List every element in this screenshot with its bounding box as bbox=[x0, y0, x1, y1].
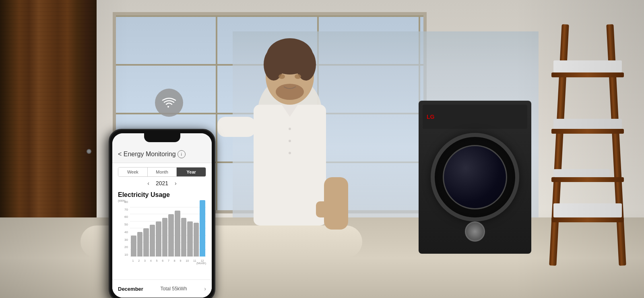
phone-body: < Energy Monitoring i Week Month Year bbox=[109, 129, 215, 298]
x-8: 8 bbox=[174, 259, 175, 262]
footer-total: Total 55kWh bbox=[161, 286, 187, 292]
chart-unit: (kWh) bbox=[118, 199, 126, 202]
svg-point-14 bbox=[289, 140, 291, 142]
next-year-button[interactable]: › bbox=[175, 180, 177, 186]
x-6: 6 bbox=[162, 259, 163, 262]
chart-title: Electricity Usage bbox=[118, 191, 206, 199]
x-2: 2 bbox=[138, 259, 140, 262]
bar-sep bbox=[181, 200, 187, 257]
bar-jan bbox=[131, 200, 136, 257]
x-axis: 1 2 3 4 5 6 7 8 9 10 bbox=[130, 257, 206, 265]
svg-point-13 bbox=[289, 128, 291, 130]
tab-week[interactable]: Week bbox=[118, 168, 148, 176]
year-navigation: ‹ 2021 › bbox=[118, 180, 206, 186]
app-content: Week Month Year ‹ 2021 › Electricity Usa… bbox=[112, 163, 212, 298]
x-10: 10 bbox=[186, 259, 189, 262]
chart-area: (kWh) 80 70 60 50 40 30 20 10 bbox=[118, 200, 206, 265]
bar-feb bbox=[137, 200, 143, 257]
y-label-20: 20 bbox=[124, 245, 128, 249]
x-9: 9 bbox=[180, 259, 182, 262]
x-11: 11 bbox=[193, 259, 196, 262]
svg-rect-8 bbox=[254, 105, 326, 226]
bar-mar bbox=[143, 200, 149, 257]
chart-bars: 1 2 3 4 5 6 7 8 9 10 bbox=[130, 200, 206, 265]
x-4: 4 bbox=[150, 259, 152, 262]
info-button[interactable]: i bbox=[178, 150, 186, 158]
bar-jul bbox=[168, 200, 174, 257]
svg-rect-10 bbox=[217, 117, 256, 137]
footer-month: December bbox=[118, 286, 143, 292]
svg-point-5 bbox=[279, 74, 285, 79]
app-header: < Energy Monitoring i bbox=[112, 145, 212, 163]
y-label-30: 30 bbox=[124, 238, 128, 242]
bar-aug bbox=[175, 200, 180, 257]
x-7: 7 bbox=[168, 259, 169, 262]
footer-arrow: › bbox=[204, 286, 206, 292]
bar-nov bbox=[194, 200, 199, 257]
phone-screen: < Energy Monitoring i Week Month Year bbox=[112, 133, 212, 298]
y-label-70: 70 bbox=[124, 208, 128, 211]
app-screen: < Energy Monitoring i Week Month Year bbox=[112, 133, 212, 298]
tab-year[interactable]: Year bbox=[177, 168, 206, 176]
wifi-icon bbox=[162, 95, 176, 110]
bars-group bbox=[130, 200, 206, 257]
svg-point-15 bbox=[289, 152, 291, 154]
wifi-bubble bbox=[155, 89, 183, 117]
y-axis: (kWh) 80 70 60 50 40 30 20 10 bbox=[118, 200, 129, 257]
x-1: 1 bbox=[132, 259, 134, 262]
bar-apr bbox=[150, 200, 155, 257]
x-3: 3 bbox=[144, 259, 146, 262]
info-icon: i bbox=[181, 152, 182, 157]
bar-may bbox=[156, 200, 161, 257]
bar-oct bbox=[187, 200, 193, 257]
y-label-40: 40 bbox=[124, 230, 128, 234]
bar-dec bbox=[200, 200, 205, 257]
december-footer[interactable]: December Total 55kWh › bbox=[112, 279, 212, 298]
time-period-tabs: Week Month Year bbox=[118, 167, 206, 177]
phone-notch bbox=[144, 133, 180, 142]
bar-jun bbox=[162, 200, 168, 257]
electricity-section: Electricity Usage (kWh) 80 70 60 50 40 3… bbox=[112, 190, 212, 265]
back-button[interactable]: < Energy Monitoring bbox=[118, 151, 176, 158]
current-year: 2021 bbox=[156, 180, 168, 186]
svg-rect-12 bbox=[316, 201, 348, 217]
tab-month[interactable]: Month bbox=[148, 168, 177, 176]
svg-point-7 bbox=[276, 84, 304, 100]
phone: < Energy Monitoring i Week Month Year bbox=[109, 129, 215, 298]
y-label-50: 50 bbox=[124, 223, 128, 226]
prev-year-button[interactable]: ‹ bbox=[147, 180, 149, 186]
svg-point-6 bbox=[295, 74, 301, 79]
y-label-60: 60 bbox=[124, 215, 128, 219]
x-5: 5 bbox=[156, 259, 157, 262]
y-label-10: 10 bbox=[124, 253, 128, 257]
x-month-label: (Month) bbox=[196, 262, 206, 265]
